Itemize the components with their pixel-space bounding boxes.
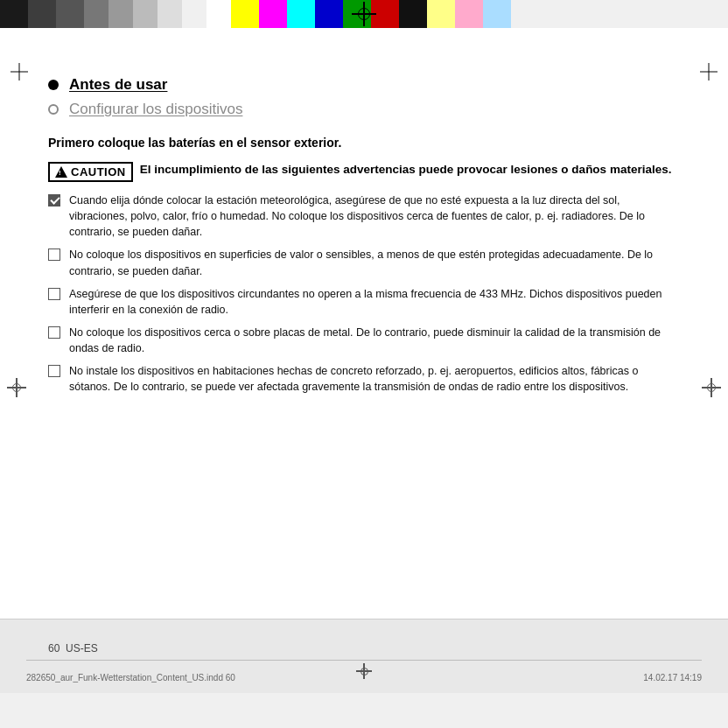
caution-label: CAUTION: [71, 165, 126, 178]
list-item: No coloque los dispositivos cerca o sobr…: [48, 325, 680, 356]
list-item: Asegúrese de que los dispositivos circun…: [48, 286, 680, 318]
caution-section: CAUTION El incumplimiento de las siguien…: [48, 162, 680, 182]
list-item-text: No coloque los dispositivos cerca o sobr…: [69, 325, 680, 356]
list-item: Cuando elija dónde colocar la estación m…: [48, 192, 680, 240]
footer: 60 US-ES 282650_aur_Funk-Wetterstation_C…: [0, 619, 728, 693]
bullet-list: Cuando elija dónde colocar la estación m…: [48, 192, 680, 395]
main-content: Antes de usar Configurar los dispositivo…: [48, 76, 680, 606]
footer-crosshair: [356, 663, 372, 679]
top-crosshair: [352, 2, 376, 26]
nav-bullet-outline: [48, 104, 59, 115]
caution-triangle-icon: [55, 166, 67, 178]
list-item-text: Asegúrese de que los dispositivos circun…: [69, 286, 680, 318]
list-item: No coloque los dispositivos en superfici…: [48, 247, 680, 278]
left-crosshair: [7, 378, 26, 397]
section-heading: Primero coloque las baterías en el senso…: [48, 136, 680, 150]
list-item: No instale los dispositivos en habitacio…: [48, 363, 680, 395]
left-crosshair-circle: [12, 383, 21, 392]
caution-description: El incumplimiento de las siguientes adve…: [140, 162, 672, 178]
right-crosshair: [702, 378, 721, 397]
nav-item-1[interactable]: Antes de usar: [48, 76, 680, 94]
list-item-text: Cuando elija dónde colocar la estación m…: [69, 192, 680, 240]
footer-file-info: 282650_aur_Funk-Wetterstation_Content_US…: [26, 673, 235, 682]
footer-divider: [26, 660, 702, 661]
footer-page-number: 60 US-ES: [48, 642, 98, 654]
corner-mark-tl: [10, 63, 28, 80]
outline-bullet-icon: [48, 326, 60, 339]
page-content: Antes de usar Configurar los dispositivo…: [0, 28, 728, 693]
filled-bullet-icon: [48, 194, 60, 206]
footer-date: 14.02.17 14:19: [643, 673, 702, 682]
list-item-text: No coloque los dispositivos en superfici…: [69, 247, 680, 278]
crosshair-circle: [358, 8, 370, 20]
outline-bullet-icon: [48, 248, 60, 261]
nav-bullet-filled: [48, 80, 59, 90]
nav-title-inactive[interactable]: Configurar los dispositivos: [69, 101, 242, 118]
outline-bullet-icon: [48, 288, 60, 300]
outline-bullet-icon: [48, 365, 60, 377]
list-item-text: No instale los dispositivos en habitacio…: [69, 363, 680, 395]
footer-crosshair-circle: [360, 668, 368, 676]
caution-badge: CAUTION: [48, 162, 133, 182]
right-crosshair-circle: [707, 383, 716, 392]
nav-item-2[interactable]: Configurar los dispositivos: [48, 101, 680, 118]
nav-title-active[interactable]: Antes de usar: [69, 76, 167, 94]
corner-mark-tr: [700, 63, 718, 80]
